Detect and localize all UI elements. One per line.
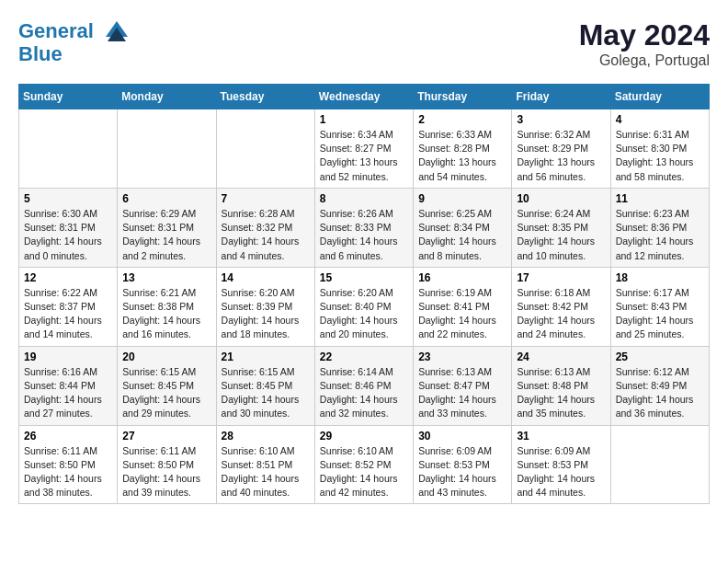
day-info: Sunrise: 6:19 AMSunset: 8:41 PMDaylight:…: [418, 286, 506, 342]
calendar-week-2: 5Sunrise: 6:30 AMSunset: 8:31 PMDaylight…: [19, 188, 710, 267]
calendar-cell: 11Sunrise: 6:23 AMSunset: 8:36 PMDayligh…: [610, 188, 709, 267]
page-header: General Blue May 2024 Golega, Portugal: [18, 18, 710, 69]
calendar-table: SundayMondayTuesdayWednesdayThursdayFrid…: [18, 84, 710, 504]
day-info: Sunrise: 6:24 AMSunset: 8:35 PMDaylight:…: [517, 207, 605, 263]
calendar-cell: 10Sunrise: 6:24 AMSunset: 8:35 PMDayligh…: [512, 188, 610, 267]
calendar-cell: 23Sunrise: 6:13 AMSunset: 8:47 PMDayligh…: [414, 346, 512, 425]
calendar-cell: 17Sunrise: 6:18 AMSunset: 8:42 PMDayligh…: [512, 267, 610, 346]
calendar-cell: 16Sunrise: 6:19 AMSunset: 8:41 PMDayligh…: [414, 267, 512, 346]
day-info: Sunrise: 6:21 AMSunset: 8:38 PMDaylight:…: [122, 286, 210, 342]
calendar-week-5: 26Sunrise: 6:11 AMSunset: 8:50 PMDayligh…: [19, 425, 710, 504]
day-number: 5: [24, 192, 112, 205]
day-number: 8: [320, 192, 408, 205]
day-info: Sunrise: 6:09 AMSunset: 8:53 PMDaylight:…: [517, 444, 605, 500]
weekday-header-tuesday: Tuesday: [216, 85, 314, 109]
calendar-cell: 22Sunrise: 6:14 AMSunset: 8:46 PMDayligh…: [314, 346, 413, 425]
calendar-cell: 3Sunrise: 6:32 AMSunset: 8:29 PMDaylight…: [512, 109, 610, 189]
day-info: Sunrise: 6:14 AMSunset: 8:46 PMDaylight:…: [320, 365, 408, 421]
calendar-cell: [118, 109, 216, 189]
day-number: 9: [418, 192, 506, 205]
day-number: 20: [122, 350, 210, 363]
day-number: 17: [517, 271, 605, 284]
day-number: 15: [320, 271, 408, 284]
day-info: Sunrise: 6:12 AMSunset: 8:49 PMDaylight:…: [616, 365, 704, 421]
calendar-cell: 24Sunrise: 6:13 AMSunset: 8:48 PMDayligh…: [512, 346, 610, 425]
day-number: 27: [122, 430, 210, 442]
day-number: 12: [24, 271, 112, 284]
day-number: 30: [418, 430, 506, 442]
day-info: Sunrise: 6:10 AMSunset: 8:51 PMDaylight:…: [222, 444, 310, 500]
weekday-header-thursday: Thursday: [414, 85, 512, 109]
day-number: 26: [24, 430, 112, 442]
day-number: 28: [222, 430, 310, 442]
day-info: Sunrise: 6:32 AMSunset: 8:29 PMDaylight:…: [517, 128, 605, 184]
day-number: 31: [517, 430, 605, 442]
calendar-cell: 28Sunrise: 6:10 AMSunset: 8:51 PMDayligh…: [216, 425, 314, 504]
calendar-cell: 18Sunrise: 6:17 AMSunset: 8:43 PMDayligh…: [610, 267, 709, 346]
calendar-cell: 12Sunrise: 6:22 AMSunset: 8:37 PMDayligh…: [19, 267, 118, 346]
weekday-header-saturday: Saturday: [610, 85, 709, 109]
day-number: 19: [24, 350, 112, 363]
calendar-cell: [19, 109, 118, 189]
calendar-cell: 4Sunrise: 6:31 AMSunset: 8:30 PMDaylight…: [610, 109, 709, 189]
calendar-cell: 15Sunrise: 6:20 AMSunset: 8:40 PMDayligh…: [314, 267, 413, 346]
day-number: 6: [122, 192, 210, 205]
day-number: 18: [616, 271, 704, 284]
weekday-header-friday: Friday: [512, 85, 610, 109]
calendar-cell: 7Sunrise: 6:28 AMSunset: 8:32 PMDaylight…: [216, 188, 314, 267]
day-info: Sunrise: 6:15 AMSunset: 8:45 PMDaylight:…: [122, 365, 210, 421]
calendar-cell: 20Sunrise: 6:15 AMSunset: 8:45 PMDayligh…: [118, 346, 216, 425]
day-number: 2: [418, 113, 506, 126]
day-number: 16: [418, 271, 506, 284]
day-info: Sunrise: 6:25 AMSunset: 8:34 PMDaylight:…: [418, 207, 506, 263]
calendar-cell: 31Sunrise: 6:09 AMSunset: 8:53 PMDayligh…: [512, 425, 610, 504]
day-number: 3: [517, 113, 605, 126]
calendar-cell: 2Sunrise: 6:33 AMSunset: 8:28 PMDaylight…: [414, 109, 512, 189]
day-info: Sunrise: 6:20 AMSunset: 8:40 PMDaylight:…: [320, 286, 408, 342]
day-info: Sunrise: 6:09 AMSunset: 8:53 PMDaylight:…: [418, 444, 506, 500]
day-info: Sunrise: 6:11 AMSunset: 8:50 PMDaylight:…: [24, 444, 112, 500]
calendar-week-3: 12Sunrise: 6:22 AMSunset: 8:37 PMDayligh…: [19, 267, 710, 346]
calendar-week-4: 19Sunrise: 6:16 AMSunset: 8:44 PMDayligh…: [19, 346, 710, 425]
day-number: 23: [418, 350, 506, 363]
day-info: Sunrise: 6:15 AMSunset: 8:45 PMDaylight:…: [222, 365, 310, 421]
day-info: Sunrise: 6:16 AMSunset: 8:44 PMDaylight:…: [24, 365, 112, 421]
day-number: 24: [517, 350, 605, 363]
day-info: Sunrise: 6:22 AMSunset: 8:37 PMDaylight:…: [24, 286, 112, 342]
calendar-cell: [610, 425, 709, 504]
weekday-header-row: SundayMondayTuesdayWednesdayThursdayFrid…: [19, 85, 710, 109]
day-info: Sunrise: 6:29 AMSunset: 8:31 PMDaylight:…: [122, 207, 210, 263]
day-info: Sunrise: 6:13 AMSunset: 8:47 PMDaylight:…: [418, 365, 506, 421]
calendar-cell: 1Sunrise: 6:34 AMSunset: 8:27 PMDaylight…: [314, 109, 413, 189]
calendar-cell: 14Sunrise: 6:20 AMSunset: 8:39 PMDayligh…: [216, 267, 314, 346]
day-info: Sunrise: 6:26 AMSunset: 8:33 PMDaylight:…: [320, 207, 408, 263]
day-info: Sunrise: 6:30 AMSunset: 8:31 PMDaylight:…: [24, 207, 112, 263]
day-info: Sunrise: 6:11 AMSunset: 8:50 PMDaylight:…: [122, 444, 210, 500]
day-info: Sunrise: 6:13 AMSunset: 8:48 PMDaylight:…: [517, 365, 605, 421]
calendar-cell: 30Sunrise: 6:09 AMSunset: 8:53 PMDayligh…: [414, 425, 512, 504]
day-number: 25: [616, 350, 704, 363]
day-info: Sunrise: 6:18 AMSunset: 8:42 PMDaylight:…: [517, 286, 605, 342]
calendar-cell: 21Sunrise: 6:15 AMSunset: 8:45 PMDayligh…: [216, 346, 314, 425]
day-number: 4: [616, 113, 704, 126]
day-info: Sunrise: 6:31 AMSunset: 8:30 PMDaylight:…: [616, 128, 704, 184]
day-number: 22: [320, 350, 408, 363]
calendar-cell: 8Sunrise: 6:26 AMSunset: 8:33 PMDaylight…: [314, 188, 413, 267]
day-number: 11: [616, 192, 704, 205]
day-number: 14: [222, 271, 310, 284]
day-info: Sunrise: 6:23 AMSunset: 8:36 PMDaylight:…: [616, 207, 704, 263]
calendar-cell: 29Sunrise: 6:10 AMSunset: 8:52 PMDayligh…: [314, 425, 413, 504]
day-number: 29: [320, 430, 408, 442]
calendar-cell: 6Sunrise: 6:29 AMSunset: 8:31 PMDaylight…: [118, 188, 216, 267]
calendar-cell: 27Sunrise: 6:11 AMSunset: 8:50 PMDayligh…: [118, 425, 216, 504]
calendar-cell: 25Sunrise: 6:12 AMSunset: 8:49 PMDayligh…: [610, 346, 709, 425]
weekday-header-monday: Monday: [118, 85, 216, 109]
calendar-cell: 9Sunrise: 6:25 AMSunset: 8:34 PMDaylight…: [414, 188, 512, 267]
day-info: Sunrise: 6:34 AMSunset: 8:27 PMDaylight:…: [320, 128, 408, 184]
day-info: Sunrise: 6:33 AMSunset: 8:28 PMDaylight:…: [418, 128, 506, 184]
day-number: 7: [222, 192, 310, 205]
weekday-header-wednesday: Wednesday: [314, 85, 413, 109]
day-number: 10: [517, 192, 605, 205]
logo: General Blue: [18, 18, 131, 66]
month-title: May 2024: [579, 18, 710, 52]
